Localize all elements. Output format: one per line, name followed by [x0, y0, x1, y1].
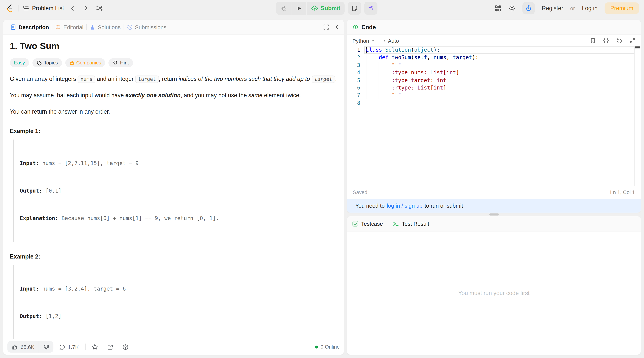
text-run: element twice.: [262, 92, 301, 98]
fullscreen-icon[interactable]: [323, 24, 329, 30]
editor-status-bar: Saved Ln 1, Col 1: [347, 186, 641, 199]
solutions-flask-icon: [90, 24, 95, 30]
tab-testcase[interactable]: Testcase: [352, 221, 388, 227]
format-braces-icon[interactable]: [603, 38, 609, 43]
overview-ruler-marker: [635, 46, 640, 48]
tab-editorial[interactable]: Editorial: [52, 24, 86, 30]
lightbulb-icon: [113, 60, 118, 65]
leetcode-logo-icon[interactable]: [5, 4, 14, 13]
output-value: [1,2]: [42, 313, 62, 319]
prev-problem-button[interactable]: [68, 5, 77, 11]
code-panel: Code Python Auto: [347, 20, 641, 213]
submit-button[interactable]: Submit: [306, 2, 345, 15]
line-content: """: [366, 92, 401, 99]
topics-badge[interactable]: Topics: [32, 58, 62, 67]
code-line[interactable]: 5 :type target: int: [347, 76, 641, 84]
timer-button[interactable]: [522, 2, 535, 14]
code-line[interactable]: 8: [347, 99, 641, 107]
tab-submissions[interactable]: Submissions: [124, 24, 169, 30]
inline-code: nums: [78, 75, 95, 83]
expand-editor-icon[interactable]: [630, 38, 636, 43]
line-number: 4: [347, 69, 366, 76]
debug-button[interactable]: [276, 2, 292, 15]
login-link[interactable]: Log in: [582, 5, 598, 11]
like-button[interactable]: 65.6K: [7, 341, 39, 353]
online-count: 0 Online: [320, 344, 340, 350]
tab-description[interactable]: Description: [7, 24, 52, 30]
language-select[interactable]: Python: [352, 37, 375, 44]
problem-paragraph-1: Given an array of integers nums and an i…: [10, 74, 337, 84]
text-run: , return: [159, 75, 178, 82]
inline-code: target: [135, 75, 159, 83]
horizontal-resize-handle[interactable]: [347, 213, 641, 216]
description-content[interactable]: 1. Two Sum Easy Topics: [3, 35, 344, 355]
share-icon[interactable]: [107, 344, 113, 350]
settings-gear-icon[interactable]: [508, 5, 516, 12]
comments-button[interactable]: 1.7K: [59, 344, 79, 350]
problem-list-button[interactable]: Problem List: [22, 5, 64, 11]
panel-controls: [323, 24, 340, 30]
code-tools: [590, 38, 636, 43]
difficulty-badge[interactable]: Easy: [10, 58, 29, 67]
tab-solutions-label: Solutions: [98, 24, 121, 30]
code-line[interactable]: 4 :type nums: List[int]: [347, 69, 641, 76]
line-number: 8: [347, 99, 366, 107]
text-run: and an integer: [95, 75, 135, 82]
or-label: or: [570, 5, 575, 11]
nav-left: Problem List: [5, 4, 104, 13]
example-line: Input: nums = [3,2,4], target = 6: [20, 285, 337, 294]
hint-badge-label: Hint: [120, 60, 129, 66]
collapse-panel-icon[interactable]: [335, 25, 340, 29]
run-button[interactable]: [292, 2, 306, 15]
hint-badge[interactable]: Hint: [108, 58, 133, 67]
editor-scrollbar-track[interactable]: [634, 46, 634, 186]
code-editor[interactable]: 1class Solution(object):2 def twoSum(sel…: [347, 46, 641, 186]
code-line[interactable]: 3 """: [347, 61, 641, 69]
tab-solutions[interactable]: Solutions: [87, 24, 124, 30]
next-problem-button[interactable]: [81, 5, 90, 11]
companies-badge[interactable]: Companies: [65, 58, 106, 67]
line-content: def twoSum(self, nums, target):: [366, 54, 478, 61]
register-link[interactable]: Register: [542, 5, 563, 11]
problem-title: 1. Two Sum: [10, 41, 337, 52]
text-run: You may assume that each input would hav…: [10, 92, 125, 98]
dislike-button[interactable]: [39, 341, 53, 353]
auto-toggle[interactable]: Auto: [384, 37, 399, 44]
favorite-star-icon[interactable]: [92, 344, 98, 350]
testcase-panel: Testcase Test Result You must run your c…: [347, 216, 641, 355]
line-content: :rtype: List[int]: [366, 84, 446, 92]
resize-grip[interactable]: [489, 214, 499, 216]
problem-paragraph-2: You may assume that each input would hav…: [10, 91, 337, 100]
explanation-label: Explanation:: [20, 215, 58, 221]
reset-code-icon[interactable]: [616, 38, 622, 43]
premium-button[interactable]: Premium: [604, 2, 639, 14]
auto-label: Auto: [388, 37, 399, 44]
italic-run: indices of the two numbers such that the…: [178, 75, 312, 82]
login-signup-link[interactable]: log in / sign up: [387, 203, 422, 209]
right-column: Code Python Auto: [347, 20, 641, 355]
code-panel-header: Code: [347, 20, 641, 35]
description-footer: 65.6K 1.7K: [3, 339, 344, 355]
code-line[interactable]: 7 """: [347, 92, 641, 99]
line-content: """: [366, 61, 401, 69]
code-line[interactable]: 2 def twoSum(self, nums, target):: [347, 54, 641, 61]
ai-assistant-button[interactable]: [364, 2, 378, 15]
submissions-history-icon: [127, 24, 132, 30]
inline-code: target: [312, 75, 335, 83]
layout-icon[interactable]: [494, 5, 502, 12]
example-2-label: Example 2:: [10, 253, 337, 260]
bookmark-icon[interactable]: [590, 38, 596, 43]
testcase-check-icon: [352, 221, 358, 227]
code-line[interactable]: 6 :rtype: List[int]: [347, 84, 641, 92]
help-icon[interactable]: [122, 344, 128, 350]
italic-run: same: [248, 92, 262, 98]
line-content: class Solution(object):: [366, 46, 440, 54]
tab-test-result[interactable]: Test Result: [388, 221, 429, 227]
example-2-block: Input: nums = [3,2,4], target = 6 Output…: [13, 265, 337, 340]
random-problem-button[interactable]: [94, 5, 104, 11]
online-dot: [315, 345, 318, 348]
list-icon: [22, 5, 29, 11]
notes-button[interactable]: [348, 2, 361, 15]
run-controls: Submit: [276, 2, 378, 15]
code-line[interactable]: 1class Solution(object):: [347, 46, 641, 54]
